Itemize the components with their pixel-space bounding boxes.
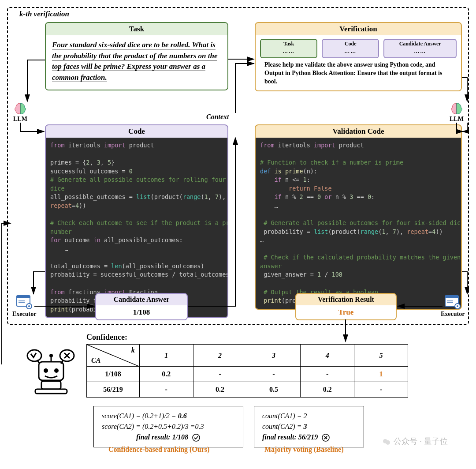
brain-icon-right [450,102,464,115]
task-panel: Task Four standard six-sided dice are to… [45,22,228,90]
code-header: Code [46,125,227,138]
verification-instruction: Please help me validate the above answer… [260,58,457,88]
code-body: from itertools import product primes = {… [46,138,227,317]
cross-icon [321,433,330,442]
confidence-table: k CA 123451/1080.2---156/219-0.20.50.2- [86,344,408,398]
executor-label-left: Executor [12,311,36,318]
brain-icon-left [13,102,27,115]
ca-value: 1/108 [96,305,187,319]
svg-point-16 [54,368,59,373]
validation-code-header: Validation Code [256,125,461,138]
llm-label-left: LLM [13,116,27,123]
score-baseline-label: Majority voting (Baseline) [264,446,344,454]
mini-code: Code …… [322,39,379,58]
svg-point-13 [457,305,458,307]
validation-code-panel: Validation Code from itertools import pr… [255,124,462,310]
svg-point-18 [49,354,53,357]
executor-icon-right [444,295,461,310]
llm-label-right: LLM [450,116,464,123]
loop-arrow [0,219,13,369]
check-icon [192,433,201,442]
svg-point-26 [193,434,200,441]
ca-header: Candidate Answer [96,294,187,305]
score-baseline-box: count(CA1) = 2 count(CA2) = 3 final resu… [254,406,364,447]
task-header: Task [46,23,227,35]
executor-label-right: Executor [441,311,465,318]
confidence-label: Confidence: [86,333,127,342]
validation-code-body: from itertools import product # Function… [256,138,461,309]
context-label: Context [206,113,229,121]
svg-point-15 [44,368,48,373]
score-ours-box: score(CA1) = (0.2+1)/2 = 0.6 score(CA2) … [93,406,243,447]
candidate-answer-box: Candidate Answer 1/108 [95,293,188,320]
svg-point-7 [28,305,30,307]
score-ours-label: Confidence-based ranking (Ours) [108,446,209,454]
svg-rect-3 [17,296,30,298]
executor-icon-left [16,295,33,310]
task-text: Four standard six-sided dice are to be r… [52,41,217,82]
verification-panel: Verification Task …… Code …… Candidate A… [255,22,462,91]
mini-ca: Candidate Answer …… [383,39,457,58]
code-panel: Code from itertools import product prime… [45,124,228,318]
watermark: 公众号 · 量子位 [382,436,448,446]
svg-point-31 [386,440,390,445]
vr-value: True [296,305,396,319]
verification-result-box: Verification Result True [295,293,397,320]
kth-label: k-th verification [19,10,69,19]
mini-task: Task …… [260,39,317,58]
svg-rect-19 [41,381,61,389]
vr-header: Verification Result [296,294,396,305]
svg-rect-20 [35,389,67,394]
robot-icon [25,347,78,400]
svg-rect-9 [445,296,458,298]
verification-header: Verification [256,23,461,35]
